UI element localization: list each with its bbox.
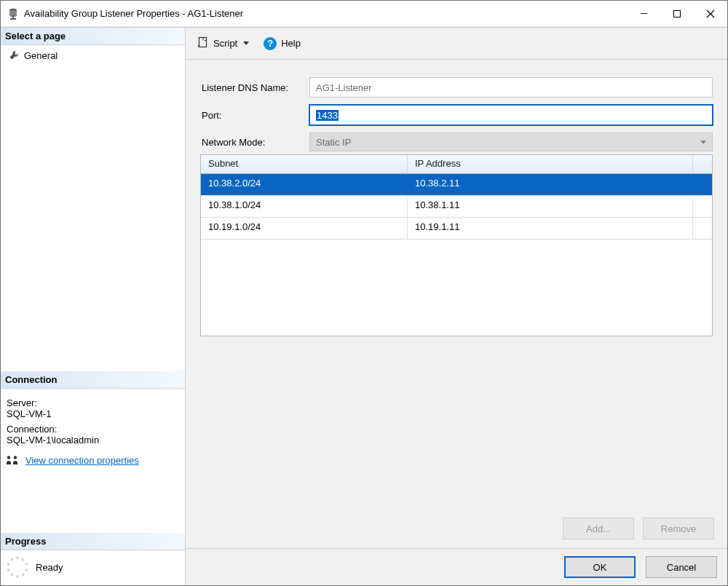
help-label: Help <box>281 38 301 49</box>
page-list: General <box>1 45 185 371</box>
cell-subnet: 10.38.2.0/24 <box>201 174 408 195</box>
select-page-header: Select a page <box>1 28 185 45</box>
port-input[interactable]: 1433 <box>309 105 713 125</box>
server-value: SQL-VM-1 <box>7 408 179 419</box>
form-panel: Listener DNS Name: Port: 1433 Network Mo… <box>196 70 717 341</box>
dns-name-label: Listener DNS Name: <box>200 82 309 93</box>
port-label: Port: <box>200 110 309 121</box>
table-row[interactable]: 10.19.1.0/2410.19.1.11 <box>201 218 712 239</box>
minimize-button[interactable] <box>627 1 660 26</box>
script-label: Script <box>213 38 237 49</box>
table-row[interactable]: 10.38.2.0/2410.38.2.11 <box>201 174 712 196</box>
network-mode-value: Static IP <box>316 137 351 148</box>
svg-point-7 <box>7 456 10 459</box>
table-row[interactable]: 10.38.1.0/2410.38.1.11 <box>201 196 712 218</box>
progress-status: Ready <box>36 562 63 573</box>
svg-point-8 <box>14 456 17 459</box>
cell-ip: 10.38.1.11 <box>408 196 693 217</box>
server-label: Server: <box>7 397 179 408</box>
window-controls <box>627 1 727 26</box>
maximize-button[interactable] <box>660 1 694 26</box>
connection-value: SQL-VM-1\localadmin <box>7 435 179 446</box>
remove-button[interactable]: Remove <box>643 518 714 539</box>
help-button[interactable]: ? Help <box>259 34 305 53</box>
grid-header: Subnet IP Address <box>201 155 712 174</box>
grid-button-row: Add... Remove <box>196 512 717 541</box>
cell-subnet: 10.19.1.0/24 <box>201 218 408 239</box>
col-header-subnet[interactable]: Subnet <box>201 155 408 173</box>
svg-rect-4 <box>674 10 681 17</box>
connection-properties-icon <box>5 453 20 467</box>
script-button[interactable]: Script <box>193 33 253 53</box>
page-item-general[interactable]: General <box>5 48 181 63</box>
app-icon <box>7 7 20 20</box>
subnet-grid: Subnet IP Address 10.38.2.0/2410.38.2.11… <box>200 154 713 336</box>
chevron-down-icon <box>700 140 706 144</box>
svg-rect-2 <box>10 18 16 20</box>
progress-spinner-icon <box>7 556 28 578</box>
network-mode-label: Network Mode: <box>200 137 309 148</box>
cell-spacer <box>693 174 712 195</box>
add-button[interactable]: Add... <box>563 518 634 539</box>
toolbar: Script ? Help <box>186 28 727 60</box>
col-header-spacer <box>693 155 712 173</box>
progress-area: Ready <box>1 550 185 585</box>
connection-header: Connection <box>1 371 185 389</box>
dns-name-input[interactable] <box>309 77 713 98</box>
chevron-down-icon <box>243 41 249 45</box>
grid-body: 10.38.2.0/2410.38.2.1110.38.1.0/2410.38.… <box>201 174 712 336</box>
ok-button[interactable]: OK <box>564 556 636 578</box>
cancel-button[interactable]: Cancel <box>646 556 717 578</box>
cell-spacer <box>693 196 712 217</box>
connection-info: Server: SQL-VM-1 Connection: SQL-VM-1\lo… <box>1 389 185 447</box>
window-title: Availability Group Listener Properties -… <box>24 8 243 19</box>
dialog-footer: OK Cancel <box>186 548 727 585</box>
cell-ip: 10.19.1.11 <box>408 218 693 239</box>
window: Availability Group Listener Properties -… <box>0 0 728 586</box>
cell-subnet: 10.38.1.0/24 <box>201 196 408 217</box>
help-icon: ? <box>264 37 277 50</box>
wrench-icon <box>8 50 20 61</box>
connection-label: Connection: <box>7 424 179 435</box>
titlebar: Availability Group Listener Properties -… <box>1 1 727 27</box>
progress-header: Progress <box>1 533 185 550</box>
page-item-label: General <box>24 50 58 61</box>
cell-spacer <box>693 218 712 239</box>
main-panel: Script ? Help Listener DNS Name: <box>186 28 727 585</box>
close-button[interactable] <box>694 1 727 26</box>
view-connection-properties-link[interactable]: View connection properties <box>25 455 139 466</box>
cell-ip: 10.38.2.11 <box>408 174 693 195</box>
svg-rect-1 <box>12 15 14 18</box>
sidebar: Select a page General Connection Server:… <box>1 28 186 585</box>
col-header-ip[interactable]: IP Address <box>408 155 693 173</box>
script-icon <box>197 36 209 50</box>
network-mode-combo[interactable]: Static IP <box>309 132 713 151</box>
